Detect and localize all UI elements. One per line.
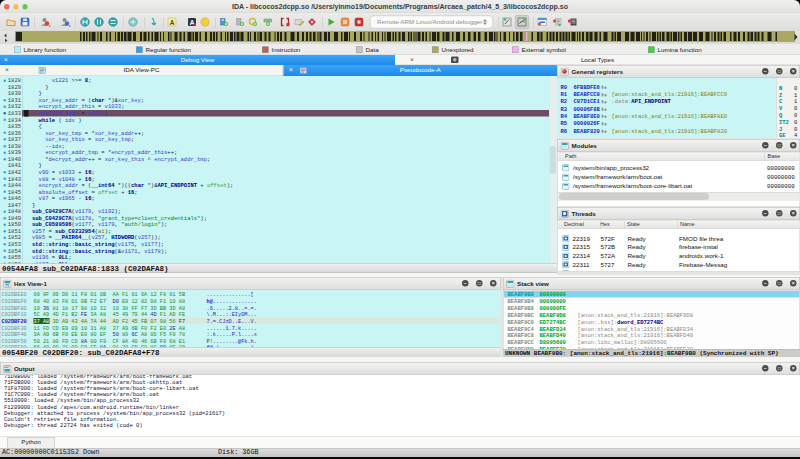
- svg-text:H: H: [5, 283, 8, 288]
- svg-text:A: A: [170, 19, 175, 26]
